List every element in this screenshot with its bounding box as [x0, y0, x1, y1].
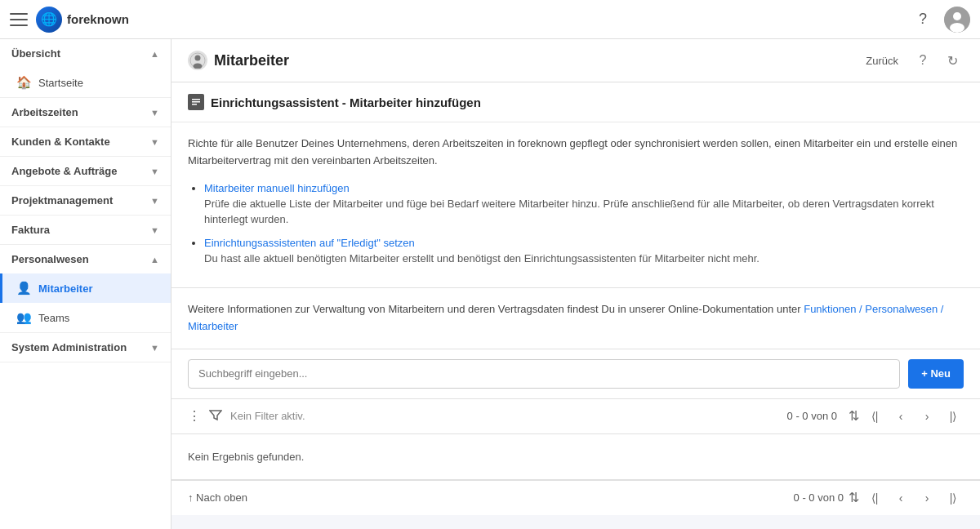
docs-text-before: Weitere Informationen zur Verwaltung von…: [188, 303, 804, 315]
sidebar-item-mitarbeiter[interactable]: 👤 Mitarbeiter: [0, 273, 171, 303]
sidebar-section-label-system: System Administration: [11, 341, 127, 353]
no-results-text: Kein Ergebnis gefunden.: [188, 451, 304, 463]
table-toolbar-right: 0 - 0 von 0 ⇅ ⟨| ‹ › |⟩: [787, 406, 964, 427]
back-to-top-label: ↑ Nach oben: [188, 491, 247, 504]
search-bar-area: + Neu: [172, 349, 980, 399]
page-title-icon: [188, 51, 207, 70]
sidebar-section-label-angebote: Angebote & Aufträge: [11, 165, 118, 177]
topbar-left: 🌐 foreknown: [10, 7, 910, 33]
chevron-down-icon-system: ▼: [150, 343, 159, 353]
bottom-prev-page-button[interactable]: ‹: [890, 487, 911, 509]
bottom-bar: ↑ Nach oben 0 - 0 von 0 ⇅ ⟨| ‹ › |⟩: [172, 480, 980, 515]
sidebar-section-label-kunden: Kunden & Kontakte: [11, 136, 110, 148]
svg-rect-7: [192, 99, 200, 100]
prev-page-button[interactable]: ‹: [890, 406, 911, 427]
sidebar-section-system: System Administration ▼: [0, 333, 171, 362]
sidebar-header-arbeitszeiten[interactable]: Arbeitszeiten ▼: [0, 98, 171, 127]
bottom-first-page-button[interactable]: ⟨|: [864, 487, 885, 509]
sidebar-section-label-projektmanagement: Projektmanagement: [11, 194, 113, 207]
filter-icon[interactable]: [209, 408, 222, 425]
setup-header: Einrichtungsassistent - Mitarbeiter hinz…: [172, 82, 980, 122]
page-help-button[interactable]: ?: [911, 49, 934, 72]
options-icon[interactable]: ⋮: [188, 408, 201, 424]
sidebar-section-arbeitszeiten: Arbeitszeiten ▼: [0, 98, 171, 127]
filter-status-text: Kein Filter aktiv.: [230, 410, 305, 422]
topbar: 🌐 foreknown ?: [0, 0, 980, 39]
table-toolbar: ⋮ Kein Filter aktiv. 0 - 0 von 0 ⇅ ⟨| ‹ …: [172, 399, 980, 434]
sidebar-section-projektmanagement: Projektmanagement ▼: [0, 186, 171, 216]
sidebar-header-uebersicht[interactable]: Übersicht ▲: [0, 39, 171, 68]
setup-assistant-box: Einrichtungsassistent - Mitarbeiter hinz…: [172, 82, 980, 288]
svg-point-4: [195, 56, 201, 61]
sidebar-item-label-startseite: Startseite: [38, 77, 83, 89]
next-page-button[interactable]: ›: [916, 406, 938, 427]
home-icon: 🏠: [16, 75, 32, 90]
person-icon: 👤: [16, 281, 32, 296]
sidebar-header-projektmanagement[interactable]: Projektmanagement ▼: [0, 186, 171, 215]
sort-icon[interactable]: ⇅: [849, 408, 859, 424]
sidebar-item-teams[interactable]: 👥 Teams: [0, 303, 171, 332]
chevron-up-icon: ▲: [150, 49, 159, 59]
avatar[interactable]: [944, 7, 970, 33]
setup-link-desc-manual: Prüfe die aktuelle Liste der Mitarbeiter…: [204, 196, 964, 228]
bottom-sort-icon[interactable]: ⇅: [849, 490, 859, 505]
back-button[interactable]: Zurück: [859, 51, 905, 70]
setup-links-list: Mitarbeiter manuell hinzufügen Prüfe die…: [188, 181, 964, 267]
back-to-top-button[interactable]: ↑ Nach oben: [188, 491, 247, 504]
first-page-button[interactable]: ⟨|: [864, 406, 885, 427]
sidebar-section-kunden: Kunden & Kontakte ▼: [0, 127, 171, 157]
setup-title: Einrichtungsassistent - Mitarbeiter hinz…: [211, 96, 481, 109]
chevron-down-icon-angebote: ▼: [150, 167, 159, 176]
page-header-actions: Zurück ? ↻: [859, 49, 964, 72]
sidebar-section-personalwesen: Personalwesen ▲ 👤 Mitarbeiter 👥 Teams: [0, 245, 171, 333]
sidebar-section-uebersicht: Übersicht ▲ 🏠 Startseite: [0, 39, 171, 98]
setup-link-manual[interactable]: Mitarbeiter manuell hinzufügen: [204, 182, 350, 194]
svg-rect-8: [192, 101, 200, 103]
svg-point-1: [953, 12, 961, 20]
setup-description: Richte für alle Benutzer Deines Unterneh…: [188, 136, 964, 170]
chevron-down-icon: ▼: [150, 108, 159, 118]
setup-link-done[interactable]: Einrichtungsassistenten auf "Erledigt" s…: [204, 237, 415, 249]
app-body: Übersicht ▲ 🏠 Startseite Arbeitszeiten ▼…: [0, 39, 980, 529]
sidebar-section-angebote: Angebote & Aufträge ▼: [0, 157, 171, 186]
sidebar-section-label-arbeitszeiten: Arbeitszeiten: [11, 106, 78, 118]
svg-point-2: [950, 23, 964, 33]
group-icon: 👥: [16, 310, 32, 325]
chevron-up-icon-personalwesen: ▲: [150, 255, 159, 264]
docs-section: Weitere Informationen zur Verwaltung von…: [172, 288, 980, 349]
help-button[interactable]: ?: [910, 7, 936, 33]
sidebar-item-label-mitarbeiter: Mitarbeiter: [38, 282, 92, 295]
sidebar-header-personalwesen[interactable]: Personalwesen ▲: [0, 245, 171, 273]
sidebar-section-label-uebersicht: Übersicht: [11, 47, 60, 60]
refresh-button[interactable]: ↻: [941, 49, 964, 72]
search-input[interactable]: [188, 359, 900, 389]
hamburger-menu[interactable]: [10, 13, 28, 26]
sidebar-header-faktura[interactable]: Faktura ▼: [0, 216, 171, 244]
sidebar-item-label-teams: Teams: [38, 312, 69, 324]
bottom-last-page-button[interactable]: |⟩: [942, 487, 964, 509]
brand: 🌐 foreknown: [36, 7, 129, 33]
bottom-pagination-info: 0 - 0 von 0: [794, 491, 844, 504]
sidebar-header-system[interactable]: System Administration ▼: [0, 333, 171, 362]
setup-link-desc-done: Du hast alle aktuell benötigten Mitarbei…: [204, 251, 964, 267]
new-button[interactable]: + Neu: [908, 359, 964, 389]
brand-icon: 🌐: [36, 7, 62, 33]
bottom-next-page-button[interactable]: ›: [916, 487, 938, 509]
sidebar-item-startseite[interactable]: 🏠 Startseite: [0, 68, 171, 97]
list-item: Einrichtungsassistenten auf "Erledigt" s…: [204, 236, 964, 267]
sidebar-section-label-personalwesen: Personalwesen: [11, 253, 89, 265]
setup-body: Richte für alle Benutzer Deines Unterneh…: [172, 122, 980, 287]
last-page-button[interactable]: |⟩: [942, 406, 964, 427]
chevron-down-icon-projektmanagement: ▼: [150, 196, 159, 206]
page-header: Mitarbeiter Zurück ? ↻: [172, 39, 980, 82]
brand-name: foreknown: [67, 12, 129, 26]
sidebar-header-angebote[interactable]: Angebote & Aufträge ▼: [0, 157, 171, 185]
page-title-area: Mitarbeiter: [188, 51, 289, 70]
sidebar-section-faktura: Faktura ▼: [0, 216, 171, 245]
sidebar-header-kunden[interactable]: Kunden & Kontakte ▼: [0, 127, 171, 156]
sidebar: Übersicht ▲ 🏠 Startseite Arbeitszeiten ▼…: [0, 39, 172, 529]
setup-assistant-icon: [188, 94, 204, 110]
bottom-pagination: 0 - 0 von 0 ⇅ ⟨| ‹ › |⟩: [794, 487, 964, 509]
chevron-down-icon-faktura: ▼: [150, 225, 159, 235]
svg-rect-9: [192, 104, 197, 105]
